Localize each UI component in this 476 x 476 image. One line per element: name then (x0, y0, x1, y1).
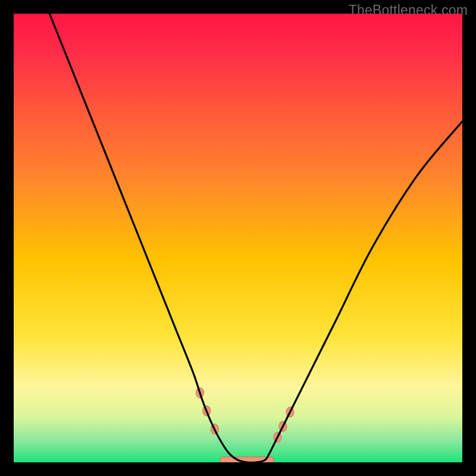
bottleneck-plot (14, 14, 462, 462)
gradient-background (14, 14, 462, 462)
chart-frame: TheBottleneck.com (0, 0, 476, 476)
